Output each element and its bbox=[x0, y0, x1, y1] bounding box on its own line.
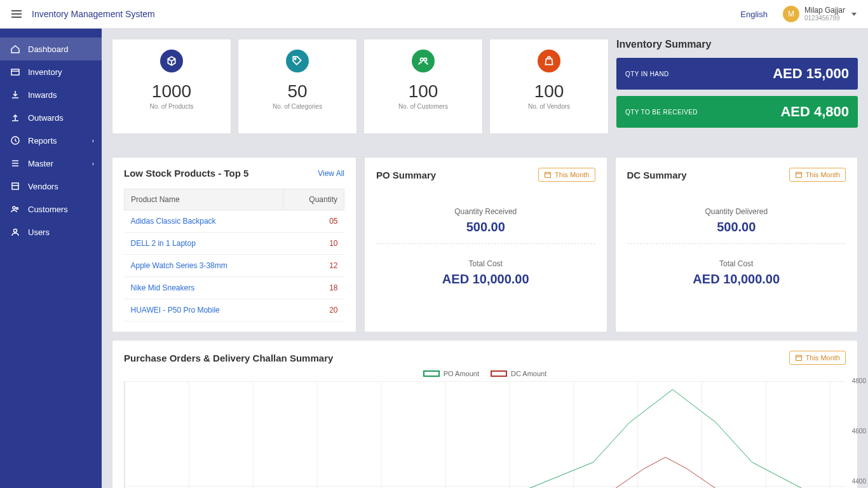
qty-to-receive-label: QTY TO BE RECEIVED bbox=[625, 109, 698, 116]
download-icon bbox=[10, 90, 20, 100]
svg-point-4 bbox=[17, 208, 18, 210]
stat-card-cube: 1000No. of Products bbox=[112, 39, 231, 134]
calendar-icon bbox=[544, 171, 552, 179]
table-row[interactable]: Nike Mid Sneakers18 bbox=[125, 277, 344, 299]
chart-panel: Purchase Orders & Delivery Challan Summa… bbox=[112, 340, 858, 488]
stat-label: No. of Categories bbox=[243, 103, 351, 110]
sidebar-item-label: Outwards bbox=[28, 113, 64, 123]
qty-in-hand-box: QTY IN HAND AED 15,000 bbox=[616, 58, 858, 90]
product-name: DELL 2 in 1 Laptop bbox=[125, 233, 283, 255]
sidebar-item-inwards[interactable]: Inwards bbox=[0, 83, 102, 106]
legend-item: DC Amount bbox=[491, 370, 546, 377]
dc-summary-panel: DC Summary This Month Quantity Delivered… bbox=[615, 157, 858, 332]
stat-card-tag: 50No. of Categories bbox=[238, 39, 357, 134]
product-name: Nike Mid Sneakers bbox=[125, 277, 283, 299]
bag-icon bbox=[538, 50, 560, 72]
dc-cost-label: Total Cost bbox=[627, 259, 846, 268]
sidebar-item-dashboard[interactable]: Dashboard bbox=[0, 37, 102, 60]
box-icon bbox=[10, 67, 20, 77]
sidebar-item-vendors[interactable]: Vendors bbox=[0, 175, 102, 198]
po-cost-value: AED 10,000.00 bbox=[376, 272, 595, 287]
low-stock-table: Product Name Quantity Adidas Classic Bac… bbox=[124, 189, 344, 322]
list-icon bbox=[10, 158, 20, 168]
dc-summary-title: DC Summary bbox=[627, 170, 687, 180]
legend-swatch bbox=[491, 370, 507, 377]
sidebar-item-customers[interactable]: Customers bbox=[0, 198, 102, 220]
qty-to-receive-value: AED 4,800 bbox=[780, 104, 849, 120]
table-row[interactable]: Apple Watch Series 3-38mm12 bbox=[125, 255, 344, 277]
chart-series-po-amount bbox=[529, 390, 803, 488]
stat-label: No. of Customers bbox=[369, 103, 477, 110]
inventory-summary-title: Inventory Summary bbox=[616, 39, 858, 50]
svg-point-6 bbox=[295, 58, 296, 60]
svg-rect-11 bbox=[796, 355, 801, 360]
view-all-link[interactable]: View All bbox=[318, 169, 344, 178]
chart-filter-button[interactable]: This Month bbox=[789, 351, 846, 365]
package-icon bbox=[10, 181, 20, 191]
language-selector[interactable]: English bbox=[740, 10, 768, 19]
sidebar-item-inventory[interactable]: Inventory bbox=[0, 60, 102, 83]
po-summary-panel: PO Summary This Month Quantity Received … bbox=[364, 157, 607, 332]
dc-filter-button[interactable]: This Month bbox=[789, 168, 846, 182]
product-name: Apple Watch Series 3-38mm bbox=[125, 255, 283, 277]
stat-value: 50 bbox=[243, 81, 351, 102]
product-qty: 10 bbox=[283, 233, 344, 255]
upload-icon bbox=[10, 112, 20, 123]
calendar-icon bbox=[795, 354, 803, 362]
legend-item: PO Amount bbox=[423, 370, 479, 377]
sidebar-item-label: Inventory bbox=[28, 67, 62, 77]
po-qty-label: Quantity Received bbox=[376, 207, 595, 216]
users-icon bbox=[10, 204, 20, 214]
svg-point-5 bbox=[14, 229, 17, 233]
sidebar-item-label: Reports bbox=[28, 136, 57, 146]
sidebar-item-label: Users bbox=[28, 227, 50, 237]
dc-cost-value: AED 10,000.00 bbox=[627, 272, 846, 287]
sidebar-item-label: Dashboard bbox=[28, 44, 69, 54]
product-qty: 18 bbox=[283, 277, 344, 299]
chevron-right-icon: › bbox=[92, 160, 94, 167]
cube-icon bbox=[160, 50, 183, 72]
table-row[interactable]: DELL 2 in 1 Laptop10 bbox=[125, 233, 344, 255]
user-info: Milap Gajjar 0123456789 bbox=[804, 6, 845, 22]
col-quantity: Quantity bbox=[283, 189, 344, 210]
home-icon bbox=[10, 44, 20, 54]
sidebar-item-master[interactable]: Master› bbox=[0, 152, 102, 175]
product-name: HUAWEI - P50 Pro Mobile bbox=[125, 299, 283, 322]
product-qty: 20 bbox=[283, 299, 344, 322]
avatar[interactable]: M bbox=[783, 6, 799, 22]
table-row[interactable]: Adidas Classic Backpack05 bbox=[125, 210, 344, 233]
svg-rect-2 bbox=[12, 183, 18, 189]
sidebar-item-label: Customers bbox=[28, 205, 68, 214]
product-qty: 05 bbox=[283, 210, 344, 233]
svg-point-7 bbox=[421, 58, 424, 62]
po-filter-button[interactable]: This Month bbox=[538, 168, 595, 182]
chart-series-dc-amount bbox=[615, 458, 716, 488]
low-stock-title: Low Stock Products - Top 5 bbox=[124, 168, 248, 179]
stat-value: 100 bbox=[369, 81, 477, 102]
sidebar: DashboardInventoryInwardsOutwardsReports… bbox=[0, 29, 102, 488]
table-row[interactable]: HUAWEI - P50 Pro Mobile20 bbox=[125, 299, 344, 322]
col-product-name: Product Name bbox=[125, 189, 283, 210]
stat-value: 100 bbox=[495, 81, 603, 102]
chart-title: Purchase Orders & Delivery Challan Summa… bbox=[124, 353, 333, 363]
low-stock-panel: Low Stock Products - Top 5 View All Prod… bbox=[112, 157, 356, 332]
dc-qty-value: 500.00 bbox=[627, 220, 846, 234]
sidebar-item-reports[interactable]: Reports› bbox=[0, 129, 102, 152]
po-cost-label: Total Cost bbox=[376, 259, 595, 268]
qty-to-receive-box: QTY TO BE RECEIVED AED 4,800 bbox=[616, 96, 858, 128]
y-tick: 4800 bbox=[852, 377, 866, 384]
stat-card-bag: 100No. of Vendors bbox=[489, 39, 609, 134]
users-icon bbox=[412, 50, 435, 72]
legend-swatch bbox=[423, 370, 440, 377]
stat-card-users: 100No. of Customers bbox=[363, 39, 483, 134]
product-qty: 12 bbox=[283, 255, 344, 277]
tag-icon bbox=[286, 50, 309, 72]
sidebar-item-outwards[interactable]: Outwards bbox=[0, 106, 102, 129]
app-title: Inventory Management System bbox=[32, 9, 155, 19]
user-icon bbox=[10, 227, 20, 237]
menu-toggle[interactable] bbox=[11, 10, 22, 18]
sidebar-item-users[interactable]: Users bbox=[0, 220, 102, 243]
chevron-down-icon[interactable] bbox=[851, 13, 857, 16]
qty-in-hand-value: AED 15,000 bbox=[773, 65, 849, 82]
po-summary-title: PO Summary bbox=[376, 170, 436, 180]
